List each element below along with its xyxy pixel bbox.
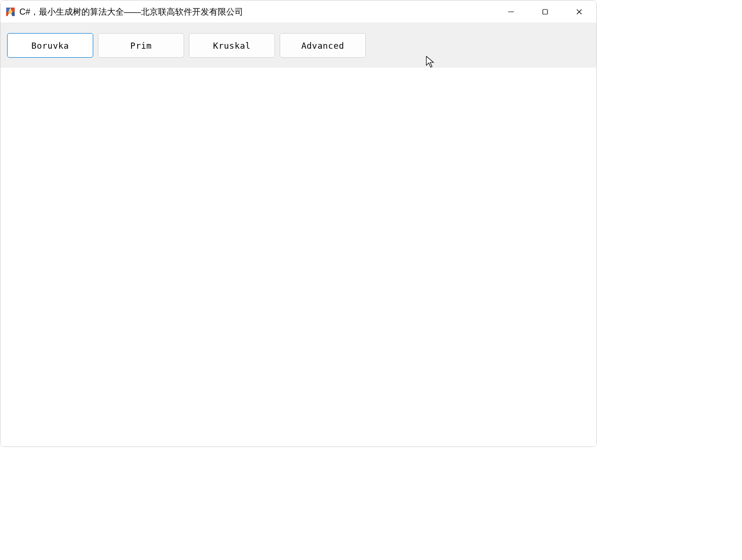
minimize-button[interactable] <box>494 0 528 23</box>
app-icon <box>5 7 16 17</box>
titlebar[interactable]: C#，最小生成树的算法大全——北京联高软件开发有限公司 <box>0 0 596 23</box>
toolbar: Boruvka Prim Kruskal Advanced <box>0 23 596 68</box>
prim-button[interactable]: Prim <box>98 33 184 58</box>
svg-point-5 <box>9 10 12 14</box>
boruvka-button[interactable]: Boruvka <box>7 33 93 58</box>
button-label: Advanced <box>301 41 344 51</box>
advanced-button[interactable]: Advanced <box>280 33 366 58</box>
close-button[interactable] <box>562 0 596 23</box>
content-area <box>0 68 596 446</box>
svg-rect-7 <box>543 9 548 14</box>
kruskal-button[interactable]: Kruskal <box>189 33 275 58</box>
window-title: C#，最小生成树的算法大全——北京联高软件开发有限公司 <box>19 6 243 18</box>
maximize-button[interactable] <box>528 0 562 23</box>
application-window: C#，最小生成树的算法大全——北京联高软件开发有限公司 <box>0 0 597 447</box>
window-controls <box>494 0 596 23</box>
button-label: Prim <box>130 41 151 51</box>
button-label: Kruskal <box>213 41 250 51</box>
button-label: Boruvka <box>31 41 69 51</box>
